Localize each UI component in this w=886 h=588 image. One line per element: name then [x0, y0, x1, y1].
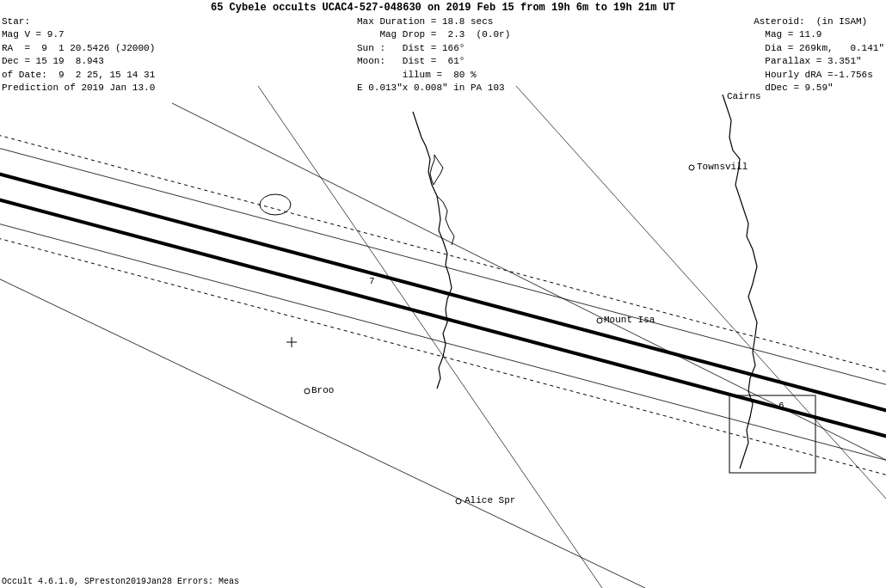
svg-text:Townsvill: Townsvill — [697, 162, 748, 172]
map-canvas: 7 Townsvill Mount Isa Alice Spr Broo Cai… — [0, 0, 886, 588]
svg-text:Mount Isa: Mount Isa — [604, 315, 655, 325]
svg-line-3 — [0, 133, 886, 374]
svg-text:6: 6 — [778, 401, 784, 411]
svg-line-10 — [516, 86, 886, 499]
svg-text:Alice Spr: Alice Spr — [465, 495, 515, 505]
svg-text:Cairns: Cairns — [727, 91, 761, 101]
svg-point-16 — [456, 499, 461, 504]
svg-point-17 — [305, 389, 310, 394]
svg-point-14 — [689, 165, 694, 170]
svg-point-15 — [597, 318, 602, 323]
svg-line-6 — [0, 222, 886, 462]
svg-line-1 — [0, 172, 886, 413]
svg-text:Broo: Broo — [311, 385, 334, 395]
svg-text:7: 7 — [369, 276, 375, 286]
svg-line-2 — [0, 198, 886, 438]
